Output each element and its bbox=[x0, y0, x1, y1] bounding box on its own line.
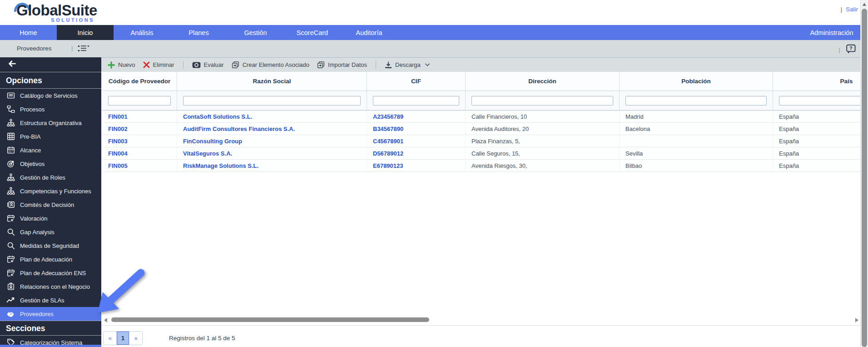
table-row: FIN002AuditFirm Consultores Financieros … bbox=[102, 123, 868, 135]
horizontal-scrollbar-thumb[interactable] bbox=[111, 317, 429, 322]
provider-link-cell[interactable]: VitalSeguros S.A. bbox=[177, 147, 367, 159]
sidebar-item[interactable]: Gap Analysis bbox=[0, 225, 101, 239]
list-sort-icon[interactable] bbox=[77, 45, 90, 54]
table-cell: España bbox=[773, 160, 868, 171]
handshake-icon bbox=[6, 310, 15, 318]
table-cell: Madrid bbox=[620, 111, 773, 122]
nav-item[interactable]: Planes bbox=[170, 25, 227, 40]
column-header[interactable]: Dirección bbox=[466, 72, 620, 91]
sidebar-item[interactable]: Estructura Organizativa bbox=[0, 116, 101, 130]
nav-item[interactable]: Análisis bbox=[114, 25, 170, 40]
sidebar-item[interactable]: Objetivos bbox=[0, 157, 101, 171]
sidebar-options-heading: Opciones bbox=[0, 72, 101, 89]
sidebar-item[interactable]: Competencias y Funciones bbox=[0, 184, 101, 198]
logout-link[interactable]: Salir bbox=[846, 6, 858, 13]
nav-item[interactable]: ScoreCard bbox=[284, 25, 341, 40]
toolbar-button[interactable]: Crear Elemento Asociado bbox=[231, 61, 310, 69]
sidebar-item[interactable]: Gestión de Roles bbox=[0, 171, 101, 184]
table-filter-row bbox=[102, 91, 868, 111]
filter-input[interactable] bbox=[625, 96, 767, 106]
nav-item[interactable]: Auditoría bbox=[341, 25, 397, 40]
sidebar-item[interactable]: Procesos bbox=[0, 102, 101, 116]
provider-link-cell[interactable]: ContaSoft Solutions S.L. bbox=[177, 111, 367, 122]
filter-input[interactable] bbox=[779, 96, 868, 106]
provider-link-cell[interactable]: RiskManage Solutions S.L. bbox=[177, 160, 367, 171]
nav-item[interactable]: Inicio bbox=[57, 25, 114, 40]
filter-input[interactable] bbox=[183, 96, 361, 106]
table-cell: Avenida Auditores, 20 bbox=[466, 123, 620, 135]
pagination: « 1 » Registros del 1 al 5 de 5 bbox=[103, 331, 235, 345]
toolbar-separator bbox=[183, 61, 184, 69]
org-tree-icon bbox=[6, 119, 15, 127]
table-cell: Calle Financieros, 10 bbox=[466, 111, 620, 122]
sidebar-item[interactable]: Pre-BIA bbox=[0, 130, 101, 143]
pagination-next-button[interactable]: » bbox=[129, 332, 142, 345]
filter-input[interactable] bbox=[108, 96, 171, 106]
nav-item[interactable]: Gestión bbox=[227, 25, 284, 40]
sidebar-item[interactable]: Valoración bbox=[0, 211, 101, 225]
column-header[interactable]: País bbox=[773, 72, 868, 91]
vertical-scrollbar-thumb[interactable] bbox=[862, 9, 867, 347]
toolbar-button[interactable]: Nuevo bbox=[107, 61, 136, 69]
provider-link-cell[interactable]: FIN002 bbox=[102, 123, 177, 135]
records-count-text: Registros del 1 al 5 de 5 bbox=[169, 335, 235, 342]
nav-item[interactable]: Home bbox=[0, 25, 57, 40]
globalsuite-logo[interactable]: GlobalSuite SOLUTIONS bbox=[16, 2, 94, 23]
sidebar-item[interactable]: Catálogo de Servicios bbox=[0, 89, 101, 102]
filter-input[interactable] bbox=[471, 96, 613, 106]
import-data-icon bbox=[317, 61, 325, 69]
top-header: GlobalSuite SOLUTIONS | Salir bbox=[0, 0, 868, 25]
table-cell: Bilbao bbox=[620, 160, 773, 171]
toolbar-button[interactable]: Importar Datos bbox=[316, 61, 368, 69]
provider-link-cell[interactable]: C45678901 bbox=[367, 135, 466, 147]
toolbar-button[interactable]: Descarga bbox=[384, 61, 431, 69]
sidebar-collapse-button[interactable] bbox=[0, 57, 101, 72]
sidebar-item[interactable]: Medidas de Seguridad bbox=[0, 239, 101, 252]
nav-item-administracion[interactable]: Administración bbox=[798, 25, 865, 40]
table-cell bbox=[620, 135, 773, 147]
toolbar-button[interactable]: Eliminar bbox=[142, 61, 175, 68]
help-icon[interactable]: ? bbox=[846, 44, 856, 56]
org-tree-icon bbox=[6, 173, 15, 182]
sidebar-item[interactable]: Relaciones con el Negocio bbox=[0, 280, 101, 293]
provider-link-cell[interactable]: FIN005 bbox=[102, 160, 177, 171]
sidebar-item[interactable]: Gestión de SLAs bbox=[0, 293, 101, 307]
sidebar-bottom-strip bbox=[0, 345, 101, 347]
toolbar-separator bbox=[376, 61, 376, 69]
provider-link-cell[interactable]: D56789012 bbox=[367, 147, 466, 159]
provider-link-cell[interactable]: FinConsulting Group bbox=[177, 135, 367, 147]
sidebar-item[interactable]: Plan de Adecuación ENS bbox=[0, 266, 101, 280]
provider-link-cell[interactable]: FIN001 bbox=[102, 111, 177, 122]
line-chart-icon bbox=[6, 296, 15, 305]
provider-link-cell[interactable]: A23456789 bbox=[367, 111, 466, 122]
sidebar-sections-heading: Secciones bbox=[0, 321, 101, 336]
scroll-left-arrow-icon[interactable] bbox=[104, 318, 107, 322]
vertical-scrollbar[interactable] bbox=[860, 0, 868, 347]
provider-link-cell[interactable]: E67890123 bbox=[367, 160, 466, 171]
table-cell: Plaza Finanzas, 5, bbox=[466, 135, 620, 147]
provider-link-cell[interactable]: B34567890 bbox=[367, 123, 466, 135]
sidebar-item[interactable]: Alcance bbox=[0, 143, 101, 157]
filter-input[interactable] bbox=[373, 96, 459, 106]
calendar-arrow-icon bbox=[6, 214, 15, 223]
toolbar-button[interactable]: Evaluar bbox=[191, 61, 225, 68]
column-header[interactable]: Razón Social bbox=[177, 72, 367, 91]
column-header[interactable]: Población bbox=[620, 72, 773, 91]
calendar-arrow-icon bbox=[6, 269, 15, 277]
breadcrumb-bar: Proveedores | | ? bbox=[0, 40, 868, 57]
column-header[interactable]: CIF bbox=[367, 72, 466, 91]
pagination-first-button[interactable]: « bbox=[104, 332, 117, 345]
sidebar-item[interactable]: Proveedores bbox=[0, 307, 101, 321]
sidebar-item[interactable]: Comités de Decisión bbox=[0, 198, 101, 211]
provider-link-cell[interactable]: AuditFirm Consultores Financieros S.A. bbox=[177, 123, 367, 135]
provider-link-cell[interactable]: FIN003 bbox=[102, 135, 177, 147]
id-card-icon bbox=[6, 201, 15, 209]
scroll-up-arrow-icon[interactable] bbox=[863, 3, 866, 6]
scroll-right-arrow-icon[interactable] bbox=[855, 318, 858, 322]
sidebar-item[interactable]: Plan de Adecuación bbox=[0, 252, 101, 266]
pagination-current-page[interactable]: 1 bbox=[117, 332, 129, 345]
column-header[interactable]: Código de Proveedor bbox=[102, 72, 177, 91]
calendar-icon bbox=[6, 146, 15, 155]
horizontal-scrollbar[interactable] bbox=[101, 317, 867, 324]
provider-link-cell[interactable]: FIN004 bbox=[102, 147, 177, 159]
